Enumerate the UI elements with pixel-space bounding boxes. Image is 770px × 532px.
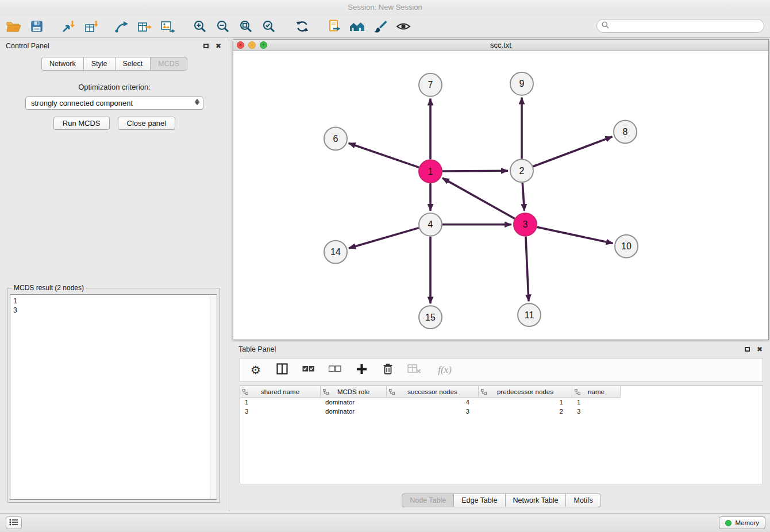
mcds-result-item[interactable]: 1 (13, 296, 214, 306)
node-15[interactable]: 15 (419, 306, 442, 329)
mcds-result-list[interactable]: 13 (10, 294, 217, 500)
node-14[interactable]: 14 (324, 241, 347, 264)
mcds-result-item[interactable]: 3 (13, 306, 214, 315)
table-cell[interactable]: 1 (240, 398, 321, 407)
edge-1-2[interactable] (442, 171, 508, 171)
show-network-overview-button[interactable] (346, 17, 369, 36)
table-cell[interactable]: 2 (479, 407, 572, 416)
tab-edge-table[interactable]: Edge Table (453, 494, 505, 507)
export-table-button[interactable] (133, 17, 156, 36)
column-header-shared-name[interactable]: shared name (240, 386, 321, 398)
create-column-button[interactable] (354, 363, 369, 377)
node-8[interactable]: 8 (614, 121, 637, 144)
criterion-dropdown[interactable]: strongly connected component (25, 97, 203, 110)
tab-node-table[interactable]: Node Table (402, 494, 454, 507)
tab-network-table[interactable]: Network Table (505, 494, 567, 507)
column-header-label: successor nodes (407, 388, 457, 395)
edge-3-11[interactable] (526, 237, 529, 302)
show-columns-button[interactable] (275, 363, 290, 377)
export-network-button[interactable] (110, 17, 133, 36)
delete-column-button[interactable] (380, 363, 395, 377)
function-builder-button[interactable]: f(x) (433, 363, 456, 377)
export-image-button[interactable] (156, 17, 179, 36)
column-header-predecessor-nodes[interactable]: predecessor nodes (479, 386, 572, 398)
trash-icon (383, 363, 393, 377)
table-panel-header: Table Panel ✖ (233, 342, 770, 357)
column-header-mcds-role[interactable]: MCDS role (321, 386, 387, 398)
edge-3-1[interactable] (442, 178, 515, 219)
run-mcds-button[interactable]: Run MCDS (53, 117, 110, 130)
edge-3-10[interactable] (537, 227, 613, 243)
node-6[interactable]: 6 (324, 127, 347, 150)
edge-2-3[interactable] (522, 183, 524, 211)
toggle-graphics-details-button[interactable] (392, 17, 415, 36)
column-header-successor-nodes[interactable]: successor nodes (387, 386, 479, 398)
close-table-panel-button[interactable]: ✖ (755, 345, 764, 354)
tab-mcds[interactable]: MCDS (150, 57, 187, 71)
import-network-button[interactable] (57, 17, 80, 36)
window-minimize-button[interactable]: − (248, 41, 256, 49)
zoom-out-button[interactable] (211, 17, 234, 36)
control-panel: Control Panel ✖ NetworkStyleSelectMCDS O… (0, 38, 229, 511)
tab-style[interactable]: Style (83, 57, 116, 71)
node-10[interactable]: 10 (615, 235, 638, 258)
result-scrollbar[interactable] (210, 295, 216, 499)
copy-network-view-button[interactable] (323, 17, 346, 36)
apply-visual-style-button[interactable] (369, 17, 392, 36)
memory-button[interactable]: Memory (719, 516, 765, 529)
tab-select[interactable]: Select (115, 57, 151, 71)
tab-motifs[interactable]: Motifs (565, 494, 600, 507)
table-cell[interactable]: 3 (387, 407, 479, 416)
network-graph[interactable]: 7968124314101511 (233, 52, 768, 340)
table-cell[interactable]: 1 (572, 398, 621, 407)
close-panel-button[interactable]: ✖ (214, 41, 223, 51)
window-close-button[interactable]: × (237, 41, 244, 49)
table-cell[interactable]: 3 (240, 407, 321, 416)
unselect-all-columns-button[interactable] (328, 363, 342, 377)
table-settings-button[interactable]: ⚙ (248, 363, 263, 377)
edge-1-6[interactable] (349, 143, 419, 167)
node-4[interactable]: 4 (419, 213, 442, 236)
float-panel-button[interactable] (201, 41, 210, 51)
search-field[interactable] (596, 19, 764, 33)
open-file-button[interactable] (2, 17, 25, 36)
node-7[interactable]: 7 (419, 74, 442, 97)
float-table-panel-button[interactable] (742, 345, 752, 354)
node-1[interactable]: 1 (419, 160, 442, 183)
edge-2-8[interactable] (533, 137, 613, 167)
memory-status-icon (725, 520, 732, 526)
column-type-icon (575, 389, 580, 396)
table-cell[interactable]: dominator (321, 398, 387, 407)
node-3[interactable]: 3 (514, 213, 537, 236)
zoom-fit-button[interactable] (234, 17, 257, 36)
destroy-table-button[interactable] (407, 363, 422, 377)
task-history-button[interactable] (6, 516, 22, 529)
column-header-label: name (588, 388, 605, 395)
zoom-in-button[interactable] (188, 17, 211, 36)
table-cell[interactable]: 4 (387, 398, 479, 407)
zoom-selected-icon (262, 20, 276, 33)
search-input[interactable] (611, 20, 764, 32)
save-session-button[interactable] (25, 17, 48, 36)
zoom-selected-button[interactable] (257, 17, 280, 36)
node-table[interactable]: shared nameMCDS rolesuccessor nodesprede… (240, 385, 763, 484)
node-9[interactable]: 9 (510, 72, 533, 95)
table-row[interactable]: 1dominator411 (240, 398, 763, 407)
window-zoom-button[interactable]: + (260, 41, 267, 49)
table-row[interactable]: 3dominator323 (240, 407, 763, 416)
svg-text:2: 2 (519, 166, 525, 176)
column-header-name[interactable]: name (572, 386, 621, 398)
edge-4-14[interactable] (349, 228, 419, 248)
column-type-icon (481, 389, 487, 396)
select-all-columns-button[interactable] (301, 363, 316, 377)
refresh-view-button[interactable] (291, 17, 314, 36)
node-11[interactable]: 11 (518, 303, 541, 326)
network-canvas[interactable]: 7968124314101511 (233, 52, 768, 340)
table-cell[interactable]: 1 (479, 398, 572, 407)
close-panel-action-button[interactable]: Close panel (118, 117, 176, 130)
table-cell[interactable]: 3 (572, 407, 621, 416)
tab-network[interactable]: Network (41, 57, 84, 71)
node-2[interactable]: 2 (510, 159, 533, 182)
import-table-button[interactable] (80, 17, 103, 36)
table-cell[interactable]: dominator (321, 407, 387, 416)
